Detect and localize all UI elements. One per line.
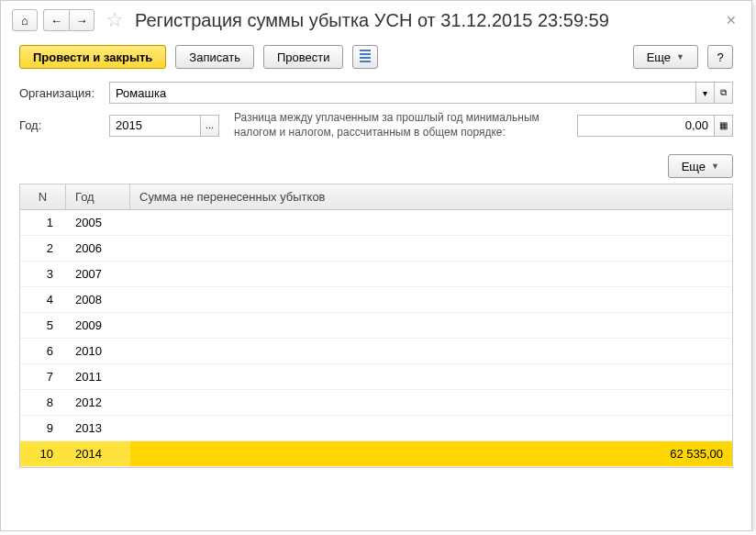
window: ⌂ ← → ☆ Регистрация суммы убытка УСН от …: [0, 0, 752, 531]
cell-n: 9: [20, 416, 66, 440]
year-row: Год: … Разница между уплаченным за прошл…: [1, 107, 751, 143]
save-button[interactable]: Записать: [175, 45, 254, 69]
col-header-sum[interactable]: Сумма не перенесенных убытков: [130, 184, 732, 209]
table-row[interactable]: 52009: [20, 313, 732, 339]
cell-n: 10: [20, 441, 66, 466]
year-label: Год:: [19, 118, 102, 132]
chevron-down-icon: ▼: [676, 52, 684, 61]
table-row[interactable]: 72011: [20, 364, 732, 390]
grid-toolbar: Еще▼: [1, 143, 751, 184]
cell-sum: [130, 236, 732, 261]
cell-year: 2005: [66, 210, 130, 235]
cell-year: 2012: [66, 390, 130, 415]
cell-year: 2013: [66, 416, 130, 440]
toolbar: Провести и закрыть Записать Провести Еще…: [1, 39, 751, 78]
more-label: Еще: [647, 50, 671, 64]
forward-button[interactable]: →: [69, 9, 94, 31]
cell-year: 2006: [66, 236, 130, 261]
cell-year: 2008: [66, 287, 130, 312]
table-row[interactable]: 22006: [20, 236, 732, 262]
chevron-down-icon: ▼: [711, 162, 719, 171]
home-button[interactable]: ⌂: [12, 9, 38, 31]
year-picker-button[interactable]: …: [201, 115, 219, 137]
grid-more-label: Еще: [682, 160, 706, 173]
cell-sum: [130, 313, 732, 338]
cell-year: 2014: [66, 441, 130, 466]
cell-year: 2007: [66, 262, 130, 286]
cell-n: 1: [20, 210, 66, 235]
list-icon: [360, 50, 371, 62]
more-button[interactable]: Еще▼: [633, 45, 698, 69]
post-button[interactable]: Провести: [263, 45, 344, 69]
diff-calc-button[interactable]: ▦: [715, 115, 733, 137]
grid-more-button[interactable]: Еще▼: [668, 154, 733, 178]
year-input[interactable]: [109, 115, 201, 137]
org-label: Организация:: [19, 86, 102, 100]
cell-sum: 62 535,00: [130, 441, 732, 466]
post-and-close-button[interactable]: Провести и закрыть: [19, 45, 166, 69]
close-icon[interactable]: ✕: [722, 13, 740, 28]
cell-n: 8: [20, 390, 66, 415]
table-row[interactable]: 10201462 535,00: [20, 441, 732, 467]
table-row[interactable]: 12005: [20, 210, 732, 236]
favorite-star-icon[interactable]: ☆: [100, 8, 129, 32]
col-header-n[interactable]: N: [20, 184, 66, 209]
table-row[interactable]: 62010: [20, 339, 732, 364]
titlebar: ⌂ ← → ☆ Регистрация суммы убытка УСН от …: [1, 1, 751, 39]
org-row: Организация: ▾ ⧉: [1, 78, 751, 107]
diff-label: Разница между уплаченным за прошлый год …: [227, 111, 570, 139]
cell-sum: [130, 287, 732, 312]
cell-n: 4: [20, 287, 66, 312]
cell-sum: [130, 339, 732, 363]
cell-year: 2009: [66, 313, 130, 338]
org-input[interactable]: [109, 82, 696, 104]
cell-year: 2010: [66, 339, 130, 363]
cell-n: 5: [20, 313, 66, 338]
org-open-button[interactable]: ⧉: [715, 82, 733, 104]
grid-body: 1200522006320074200852009620107201182012…: [20, 210, 732, 467]
report-button[interactable]: [352, 45, 378, 69]
grid-header: N Год Сумма не перенесенных убытков: [20, 184, 732, 210]
diff-input[interactable]: [577, 115, 715, 137]
table-row[interactable]: 32007: [20, 262, 732, 287]
cell-sum: [130, 416, 732, 440]
cell-sum: [130, 262, 732, 286]
cell-sum: [130, 390, 732, 415]
help-button[interactable]: ?: [707, 45, 733, 69]
cell-n: 3: [20, 262, 66, 286]
cell-sum: [130, 364, 732, 389]
org-dropdown-button[interactable]: ▾: [696, 82, 715, 104]
table-row[interactable]: 92013: [20, 416, 732, 441]
cell-sum: [130, 210, 732, 235]
back-button[interactable]: ←: [43, 9, 69, 31]
cell-n: 7: [20, 364, 66, 389]
table-row[interactable]: 42008: [20, 287, 732, 313]
page-title: Регистрация суммы убытка УСН от 31.12.20…: [135, 10, 609, 31]
cell-year: 2011: [66, 364, 130, 389]
grid: N Год Сумма не перенесенных убытков 1200…: [19, 184, 733, 468]
cell-n: 2: [20, 236, 66, 261]
cell-n: 6: [20, 339, 66, 363]
col-header-year[interactable]: Год: [66, 184, 130, 209]
table-row[interactable]: 82012: [20, 390, 732, 416]
